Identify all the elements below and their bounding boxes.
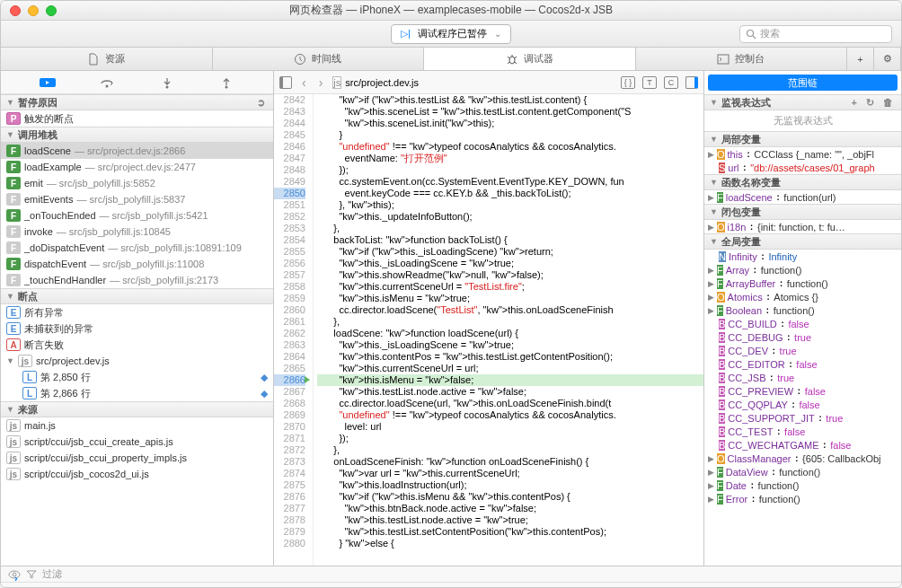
code-content[interactable]: "kw">if ("kw">this.testList && "kw">this… (314, 94, 703, 566)
gutter-line[interactable]: 2880 (274, 538, 305, 549)
gutter[interactable]: 2842284328442845284628472848284928502851… (274, 94, 314, 566)
callstack-frame[interactable]: F_onTouchEnded — src/jsb_polyfill.js:542… (1, 207, 273, 224)
var-row[interactable]: ▶FDataView: function() (704, 465, 901, 478)
step-out-button[interactable] (214, 74, 239, 92)
console-prompt[interactable]: › (7, 570, 25, 586)
tab-console[interactable]: 控制台 (636, 48, 848, 70)
code-line[interactable]: }); (317, 433, 703, 444)
code-line[interactable]: cc.systemEvent.on(cc.SystemEvent.EventTy… (317, 176, 703, 188)
code-line[interactable]: "undefined" !== "kw">typeof cocosAnalyti… (317, 409, 703, 421)
watch-header[interactable]: ▼ 监视表达式 + ↻ 🗑 (704, 94, 901, 110)
step-over-button[interactable] (94, 74, 119, 92)
code-line[interactable]: level: url (317, 421, 703, 433)
gutter-line[interactable]: 2855 (274, 246, 305, 258)
funcname-vars-header[interactable]: ▼函数名称变量 (704, 174, 901, 190)
coverage-button[interactable]: C (664, 76, 678, 89)
gutter-line[interactable]: 2850 (274, 188, 305, 199)
code-line[interactable]: "kw">this.testList.node.active = "kw">tr… (317, 514, 703, 526)
gutter-line[interactable]: 2858 (274, 281, 305, 293)
code-line[interactable]: "kw">if ("kw">this.testList && "kw">this… (317, 94, 703, 106)
code-line[interactable]: "undefined" !== "kw">typeof cocosAnalyti… (317, 141, 703, 153)
var-row[interactable]: BCC_EDITOR: false (704, 357, 901, 371)
code-line[interactable]: "kw">var url = "kw">this.currentSceneUrl… (317, 468, 703, 479)
breakpoints-header[interactable]: ▼ 断点 (1, 288, 273, 304)
code-line[interactable]: } (317, 129, 703, 141)
closure-vars-header[interactable]: ▼闭包变量 (704, 204, 901, 220)
code-line[interactable]: "kw">this._updateInfoButton(); (317, 211, 703, 223)
tab-settings[interactable]: ⚙ (874, 48, 901, 70)
code-line[interactable]: } "kw">else { (317, 538, 703, 549)
var-row[interactable]: BCC_BUILD: false (704, 317, 901, 330)
gutter-line[interactable]: 2861 (274, 316, 305, 328)
sidebar-toggle-right[interactable] (685, 76, 698, 89)
nav-back[interactable]: ‹ (299, 75, 309, 90)
bp-file-row[interactable]: ▼ js src/project.dev.js (1, 353, 273, 369)
callstack-frame[interactable]: Femit — src/jsb_polyfill.js:5852 (1, 175, 273, 191)
var-row[interactable]: ▶Oi18n: {init: function, t: fu… (704, 220, 901, 233)
gutter-line[interactable]: 2863 (274, 339, 305, 351)
gutter-line[interactable]: 2876 (274, 491, 305, 503)
gutter-line[interactable]: 2869 (274, 409, 305, 421)
var-row[interactable]: ▶FArrayBuffer: function() (704, 276, 901, 290)
var-row[interactable]: BCC_WECHATGAME: false (704, 438, 901, 452)
tab-resources[interactable]: 资源 (1, 48, 213, 70)
var-row[interactable]: BCC_JSB: true (704, 371, 901, 384)
callstack-frame[interactable]: FloadExample — src/project.dev.js:2477 (1, 159, 273, 175)
gutter-line[interactable]: 2871 (274, 433, 305, 444)
callstack-frame[interactable]: F_touchEndHandler — src/jsb_polyfill.js:… (1, 272, 273, 288)
callstack-frame[interactable]: FemitEvents — src/jsb_polyfill.js:5837 (1, 191, 273, 207)
gutter-line[interactable]: 2854 (274, 234, 305, 246)
code-line[interactable]: "kw">this.isMenu = "kw">true; (317, 293, 703, 304)
type-button[interactable]: T (642, 76, 657, 89)
add-watch-button[interactable]: + (849, 97, 860, 108)
gutter-line[interactable]: 2846 (274, 141, 305, 153)
gutter-line[interactable]: 2852 (274, 211, 305, 223)
code-line[interactable]: cc.director.loadScene(url, "kw">this.onL… (317, 398, 703, 409)
code-line[interactable]: event.keyCode === cc.KEY.b && _this.back… (317, 188, 703, 199)
local-vars-header[interactable]: ▼局部变量 (704, 131, 901, 147)
gutter-line[interactable]: 2864 (274, 351, 305, 363)
code-line[interactable]: "kw">this.isMenu = "kw">false; (317, 374, 703, 386)
filter-bar[interactable]: 过滤 (1, 566, 901, 583)
callstack-header[interactable]: ▼ 调用堆栈 (1, 127, 273, 143)
gutter-line[interactable]: 2845 (274, 129, 305, 141)
source-file-row[interactable]: jsmain.js (1, 417, 273, 434)
gutter-line[interactable]: 2866 (274, 374, 305, 386)
nav-forward[interactable]: › (316, 75, 326, 90)
pause-reason-row[interactable]: P 触发的断点 (1, 110, 273, 127)
bp-line-row[interactable]: L第 2,850 行◆ (1, 369, 273, 385)
code-line[interactable]: "kw">if ("kw">this._isLoadingScene) "kw"… (317, 246, 703, 258)
step-into-button[interactable] (155, 74, 180, 92)
gutter-line[interactable]: 2842 (274, 94, 305, 106)
gutter-line[interactable]: 2860 (274, 304, 305, 316)
code-line[interactable]: "kw">this.currentSceneUrl = url; (317, 363, 703, 374)
code-line[interactable]: "kw">this.showReadme("kw">null, "kw">fal… (317, 269, 703, 281)
var-row[interactable]: ▶FError: function() (704, 492, 901, 505)
gutter-line[interactable]: 2867 (274, 386, 305, 398)
code-line[interactable]: "kw">this._isLoadingScene = "kw">true; (317, 258, 703, 269)
gutter-line[interactable]: 2856 (274, 258, 305, 269)
callstack-frame[interactable]: Finvoke — src/jsb_polyfill.js:10845 (1, 224, 273, 240)
code-area[interactable]: 2842284328442845284628472848284928502851… (274, 94, 703, 566)
source-file-row[interactable]: jsscript/ccui/jsb_ccui_create_apis.js (1, 434, 273, 450)
bp-assert-fail[interactable]: A断言失败 (1, 337, 273, 353)
code-line[interactable]: "kw">this.loadInstruction(url); (317, 479, 703, 491)
code-line[interactable]: backToList: "kw">function backToList() { (317, 234, 703, 246)
sidebar-toggle-left[interactable] (279, 76, 292, 89)
gutter-line[interactable]: 2872 (274, 444, 305, 456)
gutter-line[interactable]: 2857 (274, 269, 305, 281)
code-line[interactable]: "kw">this.sceneList = "kw">this.testList… (317, 106, 703, 118)
gutter-line[interactable]: 2843 (274, 106, 305, 118)
var-row[interactable]: ▶Othis: CCClass {_name: "", _objFl (704, 147, 901, 161)
var-row[interactable]: BCC_SUPPORT_JIT: true (704, 411, 901, 425)
callstack-frame[interactable]: F_doDispatchEvent — src/jsb_polyfill.js:… (1, 240, 273, 256)
var-row[interactable]: BCC_TEST: false (704, 425, 901, 438)
search-input[interactable]: 搜索 (739, 25, 892, 43)
clear-watch-button[interactable]: 🗑 (880, 97, 896, 108)
code-line[interactable]: "kw">this.testList.setContentPosition("k… (317, 526, 703, 538)
pretty-print-button[interactable]: { } (621, 76, 635, 89)
gutter-line[interactable]: 2874 (274, 468, 305, 479)
code-line[interactable]: }, (317, 444, 703, 456)
gutter-line[interactable]: 2873 (274, 456, 305, 468)
var-row[interactable]: NInfinity: Infinity (704, 250, 901, 263)
